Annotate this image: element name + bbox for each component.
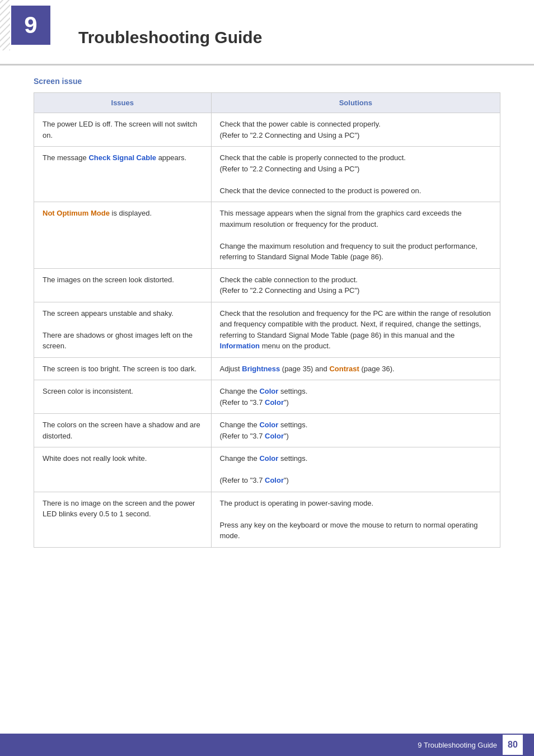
solution-cell: Adjust Brightness (page 35) and Contrast… <box>211 357 500 380</box>
solutions-header: Solutions <box>211 93 500 113</box>
solution-cell: Check that the cable is properly connect… <box>211 147 500 202</box>
solution-cell: Change the Color settings. (Refer to "3.… <box>211 414 500 447</box>
table-row: There is no image on the screen and the … <box>34 492 500 547</box>
issue-cell: The message Check Signal Cable appears. <box>34 147 212 202</box>
table-row: The screen appears unstable and shaky. T… <box>34 302 500 357</box>
solution-cell: Change the Color settings. (Refer to "3.… <box>211 447 500 492</box>
highlight-color-ref-1: Color <box>265 398 284 407</box>
table-row: The power LED is off. The screen will no… <box>34 113 500 147</box>
table-row: The message Check Signal Cable appears. … <box>34 147 500 202</box>
solution-cell: The product is operating in power-saving… <box>211 492 500 547</box>
issue-cell: Screen color is inconsistent. <box>34 380 212 414</box>
page-footer: 9 Troubleshooting Guide 80 <box>0 734 534 756</box>
issue-cell: The power LED is off. The screen will no… <box>34 113 212 147</box>
issue-cell: The screen is too bright. The screen is … <box>34 357 212 380</box>
issue-cell: White does not really look white. <box>34 447 212 492</box>
table-row: The images on the screen look distorted.… <box>34 268 500 302</box>
page-number: 80 <box>503 735 523 755</box>
table-header-row: Issues Solutions <box>34 93 500 113</box>
page-header: 9 Troubleshooting Guide <box>0 0 534 66</box>
highlight-color-ref-2: Color <box>265 432 284 440</box>
issue-cell: The colors on the screen have a shadow a… <box>34 414 212 447</box>
highlight-color-ref-3: Color <box>265 476 284 484</box>
table-row: The colors on the screen have a shadow a… <box>34 414 500 447</box>
issues-header: Issues <box>34 93 212 113</box>
highlight-color-1: Color <box>259 387 278 395</box>
solution-cell: Check that the resolution and frequency … <box>211 302 500 357</box>
issue-cell: The screen appears unstable and shaky. T… <box>34 302 212 357</box>
issue-cell: The images on the screen look distorted. <box>34 268 212 302</box>
highlight-color-3: Color <box>259 454 278 463</box>
section-title: Screen issue <box>34 77 500 86</box>
table-row: Screen color is inconsistent. Change the… <box>34 380 500 414</box>
highlight-information: Information <box>220 342 260 350</box>
highlight-contrast: Contrast <box>329 365 359 373</box>
chapter-number: 9 <box>24 13 37 37</box>
footer-text: 9 Troubleshooting Guide <box>418 741 497 749</box>
highlight-not-optimum: Not Optimum Mode <box>43 209 110 217</box>
troubleshooting-table: Issues Solutions The power LED is off. T… <box>34 92 500 548</box>
highlight-check-signal: Check Signal Cable <box>88 153 156 162</box>
issue-cell: There is no image on the screen and the … <box>34 492 212 547</box>
solution-cell: Check that the power cable is connected … <box>211 113 500 147</box>
solution-cell: Change the Color settings. (Refer to "3.… <box>211 380 500 414</box>
table-row: White does not really look white. Change… <box>34 447 500 492</box>
solution-cell: Check the cable connection to the produc… <box>211 268 500 302</box>
main-content: Screen issue Issues Solutions The power … <box>0 77 534 548</box>
stripe-decoration <box>0 0 10 50</box>
table-row: Not Optimum Mode is displayed. This mess… <box>34 202 500 269</box>
highlight-brightness: Brightness <box>242 365 280 373</box>
solution-cell: This message appears when the signal fro… <box>211 202 500 269</box>
issue-cell: Not Optimum Mode is displayed. <box>34 202 212 269</box>
highlight-color-2: Color <box>259 421 278 429</box>
table-row: The screen is too bright. The screen is … <box>34 357 500 380</box>
page-title: Troubleshooting Guide <box>67 17 534 53</box>
chapter-number-box: 9 <box>11 6 50 45</box>
